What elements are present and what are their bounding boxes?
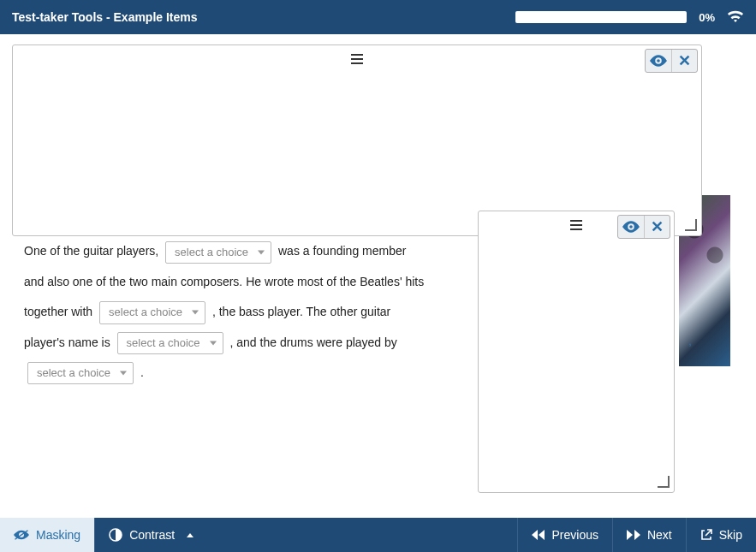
choice-select-2[interactable]: select a choice xyxy=(99,301,205,323)
button-label: Next xyxy=(647,528,672,542)
button-label: Previous xyxy=(552,528,598,542)
masking-button[interactable]: Masking xyxy=(0,518,94,552)
cloze-line-3: together with select a choice , the bass… xyxy=(24,300,486,324)
button-label: Masking xyxy=(36,528,80,542)
mask-visibility-button[interactable] xyxy=(646,50,671,72)
text: was a founding member xyxy=(278,244,406,258)
text: , and the drums were played by xyxy=(230,335,397,349)
close-icon: ✕ xyxy=(678,51,691,70)
mask-header[interactable]: ✕ xyxy=(479,211,674,240)
choice-select-3[interactable]: select a choice xyxy=(117,332,223,354)
cloze-line-4: player's name is select a choice , and t… xyxy=(24,330,486,355)
text: . xyxy=(140,365,144,379)
cloze-line-2: and also one of the two main composers. … xyxy=(24,270,486,294)
text: player's name is xyxy=(24,335,110,349)
mask-header[interactable]: ✕ xyxy=(13,45,701,74)
mask-panel-small[interactable]: ✕ xyxy=(478,211,675,493)
skip-button[interactable]: Skip xyxy=(686,518,756,552)
text: One of the guitar players, xyxy=(24,244,158,258)
mask-close-button[interactable]: ✕ xyxy=(644,216,670,238)
cloze-line-5: select a choice . xyxy=(24,360,486,385)
choice-select-1[interactable]: select a choice xyxy=(165,241,271,264)
wifi-icon xyxy=(727,9,744,26)
button-label: Contrast xyxy=(129,528,175,542)
button-label: Skip xyxy=(719,528,742,542)
contrast-button[interactable]: Contrast xyxy=(94,518,207,552)
cloze-line-1: One of the guitar players, select a choi… xyxy=(24,239,486,264)
next-button[interactable]: Next xyxy=(612,518,686,552)
close-icon: ✕ xyxy=(651,217,664,236)
header-right: 0% xyxy=(515,9,744,26)
drag-icon[interactable] xyxy=(569,218,583,234)
text: , the bass player. The other guitar xyxy=(212,305,390,318)
drag-icon[interactable] xyxy=(350,52,364,68)
mask-panel-large[interactable]: ✕ xyxy=(12,45,702,236)
footer-bar: Masking Contrast Previous Next xyxy=(0,518,756,552)
resize-handle[interactable] xyxy=(656,474,670,488)
svg-point-0 xyxy=(657,59,660,62)
stage: For almost all the ten years the line-up… xyxy=(0,34,756,518)
mask-toolbar: ✕ xyxy=(645,49,698,73)
external-icon xyxy=(700,529,712,541)
previous-button[interactable]: Previous xyxy=(517,518,612,552)
page-title: Test-taker Tools - Example Items xyxy=(12,10,198,24)
progress-bar xyxy=(515,11,687,23)
mask-close-button[interactable]: ✕ xyxy=(671,50,697,72)
choice-select-4[interactable]: select a choice xyxy=(27,362,134,384)
contrast-icon xyxy=(109,528,122,542)
rewind-icon xyxy=(532,530,545,540)
svg-point-1 xyxy=(629,225,633,229)
chevron-up-icon xyxy=(187,533,193,537)
mask-toolbar: ✕ xyxy=(617,215,670,239)
forward-icon xyxy=(627,530,640,540)
eye-slash-icon xyxy=(14,529,29,541)
progress-percent: 0% xyxy=(699,11,715,24)
resize-handle[interactable] xyxy=(683,217,697,231)
text: together with xyxy=(24,305,92,318)
header-bar: Test-taker Tools - Example Items 0% xyxy=(0,0,756,34)
mask-visibility-button[interactable] xyxy=(618,216,644,238)
image-caption-fragment: , xyxy=(688,334,692,347)
